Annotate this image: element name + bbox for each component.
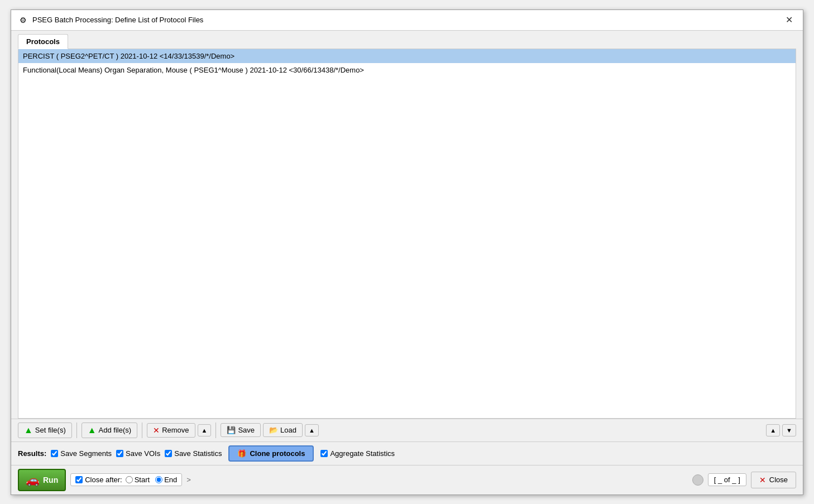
toolbar-divider-1 [76, 423, 77, 438]
results-label: Results: [18, 449, 46, 458]
results-bar: Results: Save Segments Save VOIs Save St… [11, 441, 803, 465]
end-radio-text: End [164, 476, 177, 484]
close-after-checkbox-label[interactable]: Close after: [75, 476, 122, 484]
end-radio[interactable] [155, 476, 162, 483]
save-statistics-checkbox-label[interactable]: Save Statistics [165, 449, 222, 458]
save-segments-checkbox-label[interactable]: Save Segments [51, 449, 112, 458]
save-vois-checkbox-label[interactable]: Save VOIs [116, 449, 160, 458]
end-radio-label[interactable]: End [155, 476, 177, 484]
toolbar-divider-3 [216, 423, 216, 438]
save-segments-text: Save Segments [60, 449, 112, 458]
window-close-button[interactable]: ✕ [782, 15, 796, 26]
protocol-item-1[interactable]: PERCIST ( PSEG2^PET/CT ) 2021-10-12 <14/… [18, 49, 796, 63]
add-files-button[interactable]: ▲ Add file(s) [82, 423, 137, 438]
clone-label: Clone protocols [250, 449, 305, 458]
add-files-label: Add file(s) [99, 426, 132, 434]
set-files-button[interactable]: ▲ Set file(s) [18, 423, 72, 438]
save-icon: 💾 [227, 426, 236, 434]
close-action-button[interactable]: ✕ Close [751, 472, 796, 488]
clone-protocols-button[interactable]: 🎁 Clone protocols [228, 445, 314, 462]
save-vois-checkbox[interactable] [116, 450, 123, 457]
run-icon: 🚗 [26, 473, 40, 487]
page-indicator: [ _ of _ ] [708, 473, 746, 486]
close-after-text: Close after: [85, 476, 122, 484]
remove-icon: ✕ [153, 426, 160, 435]
tab-protocols[interactable]: Protocols [18, 34, 68, 49]
title-bar-left: ⚙ PSEG Batch Processing: Define List of … [18, 15, 203, 25]
run-label: Run [43, 476, 58, 484]
load-arrow-button[interactable]: ▲ [305, 424, 319, 436]
app-icon: ⚙ [18, 15, 28, 25]
save-label: Save [238, 426, 255, 434]
set-files-icon: ▲ [24, 425, 33, 435]
save-segments-checkbox[interactable] [51, 450, 58, 457]
remove-arrow-button[interactable]: ▲ [198, 424, 212, 436]
main-window: ⚙ PSEG Batch Processing: Define List of … [11, 9, 803, 495]
window-title: PSEG Batch Processing: Define List of Pr… [32, 16, 203, 24]
remove-label: Remove [162, 426, 189, 434]
run-button[interactable]: 🚗 Run [18, 469, 66, 491]
down-arrow-button[interactable]: ▼ [782, 424, 796, 436]
load-label: Load [280, 426, 296, 434]
save-vois-text: Save VOIs [126, 449, 160, 458]
progress-indicator [692, 474, 703, 486]
start-radio[interactable] [126, 476, 133, 483]
start-radio-text: Start [135, 476, 150, 484]
arrow-indicator: > [186, 476, 191, 484]
save-statistics-checkbox[interactable] [165, 450, 172, 457]
load-icon: 📂 [269, 426, 278, 434]
close-action-icon: ✕ [759, 476, 766, 484]
tab-bar: Protocols [11, 31, 803, 49]
add-files-icon: ▲ [88, 425, 97, 435]
clone-icon: 🎁 [237, 449, 246, 458]
title-bar: ⚙ PSEG Batch Processing: Define List of … [11, 10, 803, 31]
toolbar: ▲ Set file(s) ▲ Add file(s) ✕ Remove ▲ 💾… [11, 419, 803, 441]
aggregate-statistics-text: Aggregate Statistics [330, 449, 395, 458]
protocol-item-2[interactable]: Functional(Local Means) Organ Separation… [18, 63, 796, 77]
up-arrow-button[interactable]: ▲ [766, 424, 780, 436]
save-button[interactable]: 💾 Save [221, 423, 261, 437]
protocol-list[interactable]: PERCIST ( PSEG2^PET/CT ) 2021-10-12 <14/… [18, 49, 796, 419]
remove-button[interactable]: ✕ Remove [147, 423, 195, 438]
start-radio-label[interactable]: Start [126, 476, 150, 484]
load-button[interactable]: 📂 Load [263, 423, 303, 437]
radio-group: Start End [126, 476, 178, 484]
close-after-group: Close after: Start End [70, 473, 182, 486]
aggregate-statistics-checkbox-label[interactable]: Aggregate Statistics [320, 449, 395, 458]
toolbar-divider-2 [142, 423, 142, 438]
close-action-label: Close [769, 476, 788, 484]
close-after-checkbox[interactable] [75, 476, 83, 483]
aggregate-statistics-checkbox[interactable] [320, 450, 328, 457]
set-files-label: Set file(s) [35, 426, 66, 434]
save-statistics-text: Save Statistics [174, 449, 222, 458]
bottom-bar: 🚗 Run Close after: Start End > [ _ of [11, 465, 803, 495]
